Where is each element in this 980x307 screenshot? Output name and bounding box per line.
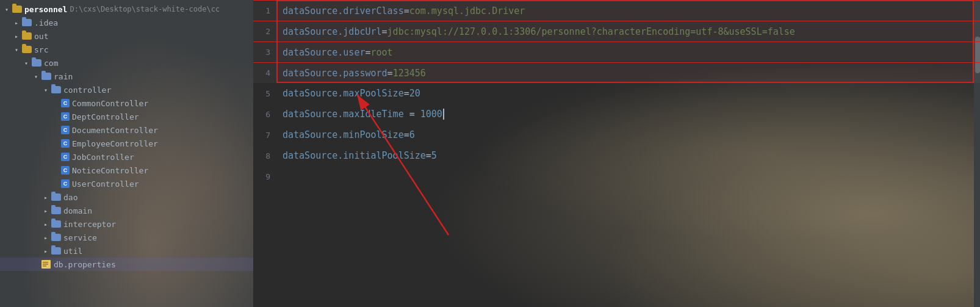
code-line-8: 8 dataSource.initialPoolSize=5 [253, 145, 980, 166]
sidebar: personnel D:\cxs\Desktop\stack-white-cod… [0, 0, 253, 307]
editor: 1 dataSource.driverClass=com.mysql.jdbc.… [253, 0, 980, 307]
class-icon: C [61, 153, 70, 161]
tree-item-usercontroller[interactable]: C UserController [0, 177, 253, 190]
folder-icon [22, 19, 32, 26]
prop-key: dataSource.minPoolSize [283, 129, 404, 140]
tree-item-personnel[interactable]: personnel D:\cxs\Desktop\stack-white-cod… [0, 2, 253, 16]
line-content: dataSource.minPoolSize=6 [278, 129, 980, 140]
prop-val: jdbc:mysql://127.0.0.1:3306/personnel?ch… [387, 26, 795, 37]
code-area[interactable]: 1 dataSource.driverClass=com.mysql.jdbc.… [253, 0, 980, 307]
tree-item-interceptor[interactable]: interceptor [0, 217, 253, 231]
line-number: 7 [253, 131, 278, 140]
code-line-7: 7 dataSource.minPoolSize=6 [253, 125, 980, 145]
tree-item-util[interactable]: util [0, 244, 253, 258]
code-line-3: 3 dataSource.user=root [253, 42, 980, 62]
folder-icon [51, 234, 61, 241]
line-number: 3 [253, 48, 278, 57]
item-label: .idea [34, 18, 58, 27]
item-path: D:\cxs\Desktop\stack-white-code\cc [70, 5, 220, 13]
code-line-6: 6 dataSource.maxIdleTime = 1000 [253, 104, 980, 125]
line-number: 1 [253, 6, 278, 15]
code-lines: 1 dataSource.driverClass=com.mysql.jdbc.… [253, 0, 980, 187]
editor-content: 1 dataSource.driverClass=com.mysql.jdbc.… [253, 0, 980, 307]
prop-key: dataSource.jdbcUrl [283, 26, 382, 37]
expand-arrow [2, 5, 11, 13]
tree-item-idea[interactable]: .idea [0, 16, 253, 29]
expand-arrow [41, 247, 50, 255]
prop-val-password: 123456 [393, 68, 426, 79]
prop-eq: = [404, 5, 409, 16]
cursor [443, 109, 444, 120]
expand-arrow [41, 85, 50, 94]
code-line-1: 1 dataSource.driverClass=com.mysql.jdbc.… [253, 0, 980, 21]
line-number: 9 [253, 172, 278, 181]
code-line-5: 5 dataSource.maxPoolSize=20 [253, 83, 980, 104]
folder-icon [51, 220, 61, 228]
line-number: 6 [253, 110, 278, 119]
line-number: 2 [253, 27, 278, 36]
class-icon: C [61, 112, 70, 121]
expand-arrow [41, 220, 50, 228]
tree-item-dbproperties[interactable]: db.properties [0, 258, 253, 271]
folder-icon [51, 207, 61, 214]
prop-val: 1000 [420, 109, 442, 120]
folder-icon [32, 59, 41, 67]
item-label: util [63, 247, 82, 256]
tree-item-dao[interactable]: dao [0, 190, 253, 204]
class-icon: C [61, 126, 70, 134]
class-icon: C [61, 139, 70, 148]
tree-item-rain[interactable]: rain [0, 70, 253, 83]
expand-arrow [22, 59, 31, 67]
item-label: service [63, 233, 97, 242]
tree-item-documentcontroller[interactable]: C DocumentController [0, 123, 253, 137]
item-label: out [34, 32, 48, 41]
expand-arrow [41, 206, 50, 215]
item-label: db.properties [54, 260, 116, 269]
class-icon: C [61, 179, 70, 188]
item-label: domain [63, 206, 92, 215]
item-label: NoticeController [72, 166, 148, 175]
prop-eq: = [404, 129, 409, 140]
expand-arrow [41, 193, 50, 201]
tree-item-service[interactable]: service [0, 231, 253, 244]
tree-item-domain[interactable]: domain [0, 204, 253, 217]
expand-arrow [12, 18, 21, 27]
tree-item-controller[interactable]: controller [0, 83, 253, 96]
code-line-9: 9 [253, 166, 980, 187]
tree-item-employeecontroller[interactable]: C EmployeeController [0, 137, 253, 150]
item-label: rain [54, 72, 73, 81]
line-content: dataSource.user=root [278, 47, 980, 58]
tree-item-noticecontroller[interactable]: C NoticeController [0, 164, 253, 177]
item-label: interceptor [63, 220, 116, 229]
prop-key: dataSource.driverClass [283, 5, 404, 16]
line-number: 8 [253, 151, 278, 161]
folder-icon [22, 46, 32, 53]
line-content: dataSource.jdbcUrl=jdbc:mysql://127.0.0.… [278, 26, 980, 37]
item-label: CommonController [72, 99, 148, 108]
item-label: JobController [72, 153, 134, 162]
line-content: dataSource.maxPoolSize=20 [278, 88, 980, 99]
file-tree: personnel D:\cxs\Desktop\stack-white-cod… [0, 0, 253, 273]
line-content: dataSource.initialPoolSize=5 [278, 150, 980, 161]
line-content: dataSource.password=123456 [278, 68, 980, 79]
code-line-4: 4 dataSource.password=123456 [253, 62, 980, 83]
prop-val: root [371, 47, 393, 58]
item-label: controller [63, 85, 111, 95]
class-icon: C [61, 166, 70, 175]
item-label: com [44, 59, 58, 68]
prop-val: 20 [409, 88, 420, 99]
folder-icon [51, 247, 61, 255]
tree-item-commoncontroller[interactable]: C CommonController [0, 96, 253, 110]
item-label: DocumentController [72, 126, 158, 135]
tree-item-src[interactable]: src [0, 43, 253, 56]
class-icon: C [61, 99, 70, 107]
prop-key: dataSource.initialPoolSize [283, 150, 426, 161]
tree-item-com[interactable]: com [0, 56, 253, 70]
svg-rect-3 [43, 265, 46, 267]
folder-icon [51, 86, 61, 93]
tree-item-deptcontroller[interactable]: C DeptController [0, 110, 253, 123]
svg-rect-2 [43, 264, 48, 265]
tree-item-jobcontroller[interactable]: C JobController [0, 150, 253, 164]
item-label: src [34, 45, 48, 54]
tree-item-out[interactable]: out [0, 29, 253, 43]
